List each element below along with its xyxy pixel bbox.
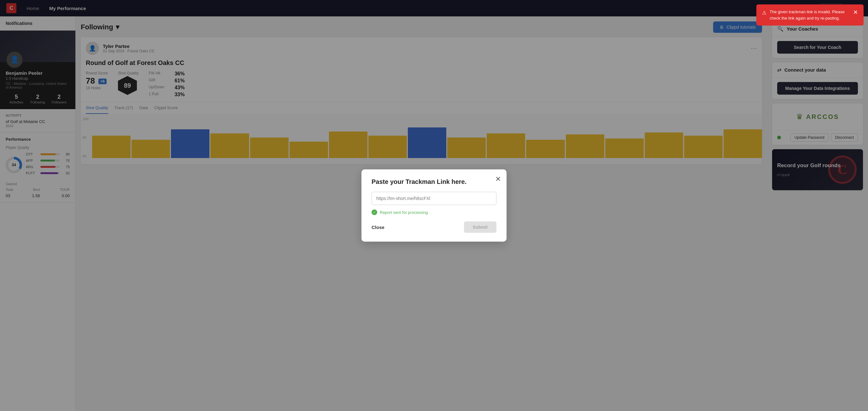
modal-overlay[interactable]: Paste your Trackman Link here. ✕ ✓ Repor… xyxy=(0,0,868,411)
trackman-link-input[interactable] xyxy=(372,192,496,205)
modal-submit-button[interactable]: Submit xyxy=(464,221,496,233)
success-check-icon: ✓ xyxy=(372,210,377,215)
modal-close-text-button[interactable]: Close xyxy=(372,225,384,230)
toast-message: The given trackman link is invalid. Plea… xyxy=(770,9,847,21)
modal-footer: Close Submit xyxy=(372,221,496,233)
warning-icon: ⚠ xyxy=(762,9,767,17)
error-toast: ⚠ The given trackman link is invalid. Pl… xyxy=(756,4,864,26)
success-text: Report sent for processing xyxy=(380,210,428,215)
toast-close-button[interactable]: ✕ xyxy=(853,9,858,16)
success-message: ✓ Report sent for processing xyxy=(372,210,496,215)
trackman-modal: Paste your Trackman Link here. ✕ ✓ Repor… xyxy=(362,169,506,242)
modal-title: Paste your Trackman Link here. xyxy=(372,178,496,186)
modal-close-button[interactable]: ✕ xyxy=(495,175,501,183)
